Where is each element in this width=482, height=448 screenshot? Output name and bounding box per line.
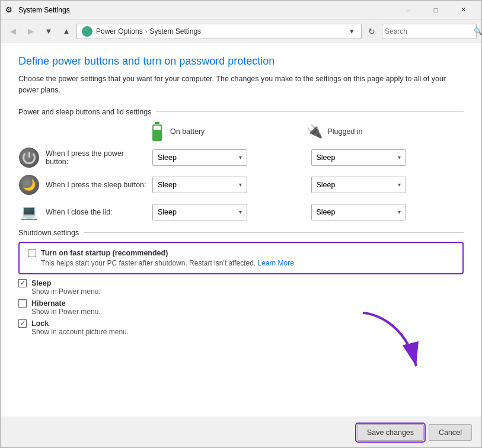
breadcrumb-part1[interactable]: Power Options [96, 27, 143, 36]
window-icon: ⚙ [5, 5, 15, 15]
power-battery-dropdown[interactable]: Sleep ▾ [152, 149, 247, 166]
fast-startup-desc: This helps start your PC faster after sh… [41, 259, 454, 267]
power-plugged-dropdown[interactable]: Sleep ▾ [311, 149, 406, 166]
search-input[interactable] [385, 27, 474, 36]
back-button[interactable]: ◀ [5, 24, 21, 39]
title-bar: ⚙ System Settings – □ ✕ [1, 1, 481, 20]
lid-battery-dropdown-cell: Sleep ▾ [152, 204, 305, 220]
breadcrumb: Power Options › System Settings [96, 27, 201, 36]
sleep-plugged-dropdown[interactable]: Sleep ▾ [311, 177, 406, 193]
address-bar: ◀ ▶ ▼ ▲ Power Options › System Settings … [1, 20, 481, 43]
footer: Save changes Cancel [1, 417, 481, 447]
power-battery-dropdown-cell: Sleep ▾ [152, 149, 305, 166]
fast-startup-row: Turn on fast startup (recommended) [28, 249, 454, 257]
maximize-button[interactable]: □ [422, 1, 449, 20]
arrow-annotation [357, 307, 428, 386]
forward-button[interactable]: ▶ [23, 24, 39, 39]
power-button-icon [18, 147, 40, 168]
breadcrumb-part2[interactable]: System Settings [149, 27, 201, 36]
plugged-in-header: 🔌 Plugged in [307, 121, 464, 142]
refresh-button[interactable]: ↻ [364, 24, 379, 39]
sleep-setting-label: Sleep [31, 279, 51, 287]
lid-icon: 💻 [18, 201, 40, 223]
lid-battery-dropdown[interactable]: Sleep ▾ [152, 204, 247, 220]
sleep-setting-container: Sleep Show in Power menu. [18, 279, 464, 296]
sleep-plugged-dropdown-cell: Sleep ▾ [311, 177, 464, 193]
hibernate-checkbox[interactable] [18, 299, 27, 308]
dropdown-arrow: ▾ [398, 154, 401, 161]
dropdown-arrow: ▾ [398, 181, 401, 188]
cancel-button[interactable]: Cancel [429, 424, 472, 441]
system-settings-window: ⚙ System Settings – □ ✕ ◀ ▶ ▼ ▲ Power Op… [0, 0, 482, 448]
power-button-row: When I press the power button: Sleep ▾ S… [18, 147, 464, 168]
sleep-setting-desc: Show in Power menu. [31, 287, 464, 296]
fast-startup-label: Turn on fast startup (recommended) [41, 249, 168, 257]
address-globe-icon [82, 26, 92, 37]
lid-row: 💻 When I close the lid: Sleep ▾ Sleep ▾ [18, 201, 464, 223]
lock-setting-label: Lock [31, 319, 49, 328]
up-button[interactable]: ▲ [59, 24, 74, 39]
sleep-button-label: When I press the sleep button: [46, 181, 146, 189]
fast-startup-box: Turn on fast startup (recommended) This … [18, 242, 464, 274]
hibernate-setting-row: Hibernate [18, 299, 464, 308]
battery-icon [149, 121, 165, 142]
address-field: Power Options › System Settings ▾ [76, 24, 362, 39]
power-section-label: Power and sleep buttons and lid settings [18, 108, 464, 116]
sleep-button-row: 🌙 When I press the sleep button: Sleep ▾… [18, 174, 464, 196]
sleep-button-icon: 🌙 [18, 174, 40, 196]
lid-plugged-dropdown-cell: Sleep ▾ [311, 204, 464, 220]
dropdown-arrow: ▾ [398, 209, 401, 215]
on-battery-header: On battery [149, 121, 307, 142]
main-content: Define power buttons and turn on passwor… [1, 43, 481, 417]
breadcrumb-separator: › [145, 28, 148, 35]
plug-icon: 🔌 [307, 121, 323, 142]
fast-startup-checkbox[interactable] [28, 249, 36, 257]
column-headers: On battery 🔌 Plugged in [18, 121, 464, 142]
down-button[interactable]: ▼ [41, 24, 56, 39]
hibernate-setting-label: Hibernate [31, 299, 66, 308]
sleep-checkbox[interactable] [18, 279, 27, 287]
lid-label: When I close the lid: [46, 208, 146, 216]
page-title: Define power buttons and turn on passwor… [18, 55, 464, 68]
shutdown-section-label: Shutdown settings [18, 229, 464, 237]
search-icon[interactable]: 🔍 [474, 27, 482, 36]
lock-checkbox[interactable] [18, 319, 27, 328]
dropdown-arrow: ▾ [239, 154, 242, 161]
learn-more-link[interactable]: Learn More [258, 259, 294, 267]
sleep-setting-row: Sleep [18, 279, 464, 287]
power-button-label: When I press the power button: [46, 149, 146, 166]
search-box: 🔍 [382, 24, 477, 39]
address-dropdown-arrow[interactable]: ▾ [347, 27, 356, 36]
minimize-button[interactable]: – [395, 1, 422, 20]
page-description: Choose the power settings that you want … [18, 73, 464, 96]
window-title: System Settings [18, 6, 395, 14]
lid-plugged-dropdown[interactable]: Sleep ▾ [311, 204, 406, 220]
save-changes-button[interactable]: Save changes [357, 424, 424, 441]
dropdown-arrow: ▾ [239, 181, 242, 188]
sleep-battery-dropdown-cell: Sleep ▾ [152, 177, 305, 193]
power-plugged-dropdown-cell: Sleep ▾ [311, 149, 464, 166]
sleep-battery-dropdown[interactable]: Sleep ▾ [152, 177, 247, 193]
dropdown-arrow: ▾ [239, 209, 242, 215]
close-button[interactable]: ✕ [449, 1, 477, 20]
title-controls: – □ ✕ [395, 1, 477, 20]
